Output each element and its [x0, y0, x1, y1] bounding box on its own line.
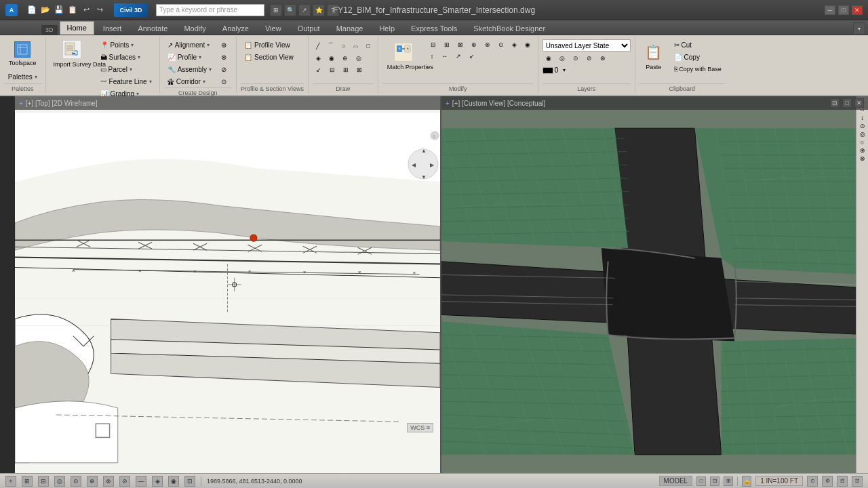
saveas-button[interactable]: 📋 [66, 4, 79, 16]
surfaces-button[interactable]: 🏔 Surfaces ▾ [97, 52, 155, 63]
save-button[interactable]: 💾 [53, 4, 65, 16]
mod2[interactable]: ⊞ [441, 39, 453, 50]
import-survey-button[interactable]: Import Survey Data [50, 38, 94, 100]
draw2-button[interactable]: ◈ [313, 53, 324, 64]
design3-button[interactable]: ⊘ [218, 64, 232, 75]
status-ducs-icon[interactable]: ⊗ [103, 476, 114, 487]
draw8-button[interactable]: ⊞ [340, 64, 352, 75]
redo-button[interactable]: ↪ [94, 4, 106, 16]
nav-icon-4[interactable]: ⭐ [313, 4, 325, 16]
nav-icon-1[interactable]: ⊞ [270, 4, 282, 16]
rect-button[interactable]: □ [363, 39, 373, 52]
status-polar-icon[interactable]: ◎ [54, 476, 65, 487]
undo-button[interactable]: ↩ [80, 4, 92, 16]
ws-icon[interactable]: ⊙ [807, 476, 818, 487]
section-view-button[interactable]: 📋 Section View [241, 52, 297, 63]
feature-line-button[interactable]: 〰 Feature Line ▾ [97, 76, 155, 87]
tab-view[interactable]: View [258, 22, 289, 35]
paste-button[interactable]: 📋 Paste [639, 39, 668, 75]
status-snap-icon[interactable]: + [5, 476, 16, 487]
mod4[interactable]: ⊕ [468, 39, 480, 50]
nav-icon-2[interactable]: 🔍 [284, 4, 296, 16]
tab-express[interactable]: Express Tools [403, 22, 465, 35]
vp-right-plus[interactable]: + [446, 100, 450, 107]
restore-button[interactable]: □ [838, 5, 849, 15]
points-button[interactable]: 📍 Points ▾ [97, 39, 155, 51]
scale-button[interactable]: 1 IN=100 FT [755, 476, 803, 486]
draw4-button[interactable]: ⊕ [339, 53, 351, 64]
status-dyn-icon[interactable]: ⊘ [119, 476, 130, 487]
polyline-button[interactable]: ⌒ [324, 39, 337, 52]
layer-color[interactable] [542, 67, 553, 74]
status-sel-icon[interactable]: ⊡ [184, 476, 195, 487]
rp-icon-3[interactable]: ↕ [860, 114, 865, 122]
status-grid-icon[interactable]: ⊞ [22, 476, 33, 487]
circle-button[interactable]: ○ [338, 39, 349, 52]
open-button[interactable]: 📂 [39, 4, 52, 16]
copy-button[interactable]: 📄 Copy [671, 52, 725, 63]
layer1[interactable]: ◉ [542, 53, 555, 64]
intersec-button[interactable]: ⊕ [218, 39, 232, 51]
viewport-left[interactable]: + [+] [Top] [2D Wireframe] [15, 96, 441, 473]
draw7-button[interactable]: ⊟ [326, 64, 338, 75]
status-ortho-icon[interactable]: ⊟ [38, 476, 49, 487]
layer-state-dropdown[interactable]: Unsaved Layer State [542, 39, 631, 52]
model-button[interactable]: MODEL [659, 476, 693, 486]
new-button[interactable]: 📄 [26, 4, 38, 16]
status-otrack-icon[interactable]: ⊕ [87, 476, 98, 487]
tab-help[interactable]: Help [372, 22, 402, 35]
search-box[interactable]: Type a keyword or phrase [156, 4, 264, 16]
alignment-button[interactable]: ↗ Alignment ▾ [164, 39, 215, 51]
3d-viewport-canvas[interactable] [441, 110, 868, 473]
viewport-right[interactable]: + [+] [Custom View] [Conceptual] ⊡ □ ✕ [441, 96, 868, 473]
rp-icon-6[interactable]: ○ [860, 138, 865, 146]
tab-sketchbook[interactable]: SketchBook Designer [466, 22, 553, 35]
tab-3d[interactable]: 3D [41, 24, 58, 35]
vp-close-button[interactable]: ✕ [854, 98, 864, 108]
design4-button[interactable]: ⊙ [218, 76, 232, 87]
mod8[interactable]: ◉ [521, 39, 534, 50]
mod3[interactable]: ⊠ [454, 39, 467, 50]
status-lw-icon[interactable]: — [136, 476, 146, 487]
arc-button[interactable]: ⌓ [350, 39, 361, 52]
minimize-button[interactable]: ─ [825, 5, 835, 15]
fullscreen-icon[interactable]: ⊡ [852, 476, 863, 487]
tab-output[interactable]: Output [290, 22, 328, 35]
toolspace-button[interactable]: Toolspace [4, 38, 41, 70]
profile-button[interactable]: 📈 Profile ▾ [164, 52, 215, 63]
model-icon-1[interactable]: □ [696, 476, 706, 486]
rp-icon-5[interactable]: ◎ [859, 130, 866, 138]
tab-insert[interactable]: Insert [96, 22, 130, 35]
mod7[interactable]: ◈ [509, 39, 520, 50]
close-button[interactable]: ✕ [852, 5, 863, 15]
mod10[interactable]: ↔ [438, 51, 451, 62]
design2-button[interactable]: ⊗ [218, 52, 232, 63]
tab-annotate[interactable]: Annotate [130, 22, 175, 35]
palettes-dropdown[interactable]: Palettes ▾ [5, 71, 41, 83]
layout-icon[interactable]: ⊟ [837, 476, 848, 487]
draw3-button[interactable]: ◉ [326, 53, 338, 64]
rp-icon-7[interactable]: ⊕ [859, 146, 866, 155]
settings-icon[interactable]: ⚙ [822, 476, 833, 487]
copy-with-base-button[interactable]: ⎘ Copy with Base [671, 64, 725, 75]
model-icon-2[interactable]: ⊡ [710, 476, 719, 486]
corridor-button[interactable]: 🛣 Corridor ▾ [164, 76, 215, 87]
mod9[interactable]: ↕ [427, 51, 437, 62]
layer4[interactable]: ⊘ [583, 53, 595, 64]
mod12[interactable]: ↙ [466, 51, 478, 62]
ribbon-collapse[interactable]: ▾ [853, 22, 865, 35]
model-icon-3[interactable]: ⊞ [724, 476, 733, 486]
tab-home[interactable]: Home [60, 21, 94, 35]
layer2[interactable]: ◎ [556, 53, 568, 64]
match-properties-button[interactable]: A A Match Properties [382, 39, 425, 74]
status-tp-icon[interactable]: ◈ [152, 476, 163, 487]
viewport-left-canvas[interactable]: × × × × × × × [15, 110, 440, 473]
layer5[interactable]: ⊗ [597, 53, 609, 64]
parcel-button[interactable]: ▭ Parcel ▾ [97, 64, 155, 75]
rp-icon-4[interactable]: ⊙ [859, 122, 866, 130]
tab-modify[interactable]: Modify [176, 22, 213, 35]
rp-icon-8[interactable]: ⊗ [859, 155, 866, 163]
mod11[interactable]: ↗ [452, 51, 465, 62]
cut-button[interactable]: ✂ Cut [671, 39, 725, 51]
line-button[interactable]: ╱ [313, 39, 323, 52]
